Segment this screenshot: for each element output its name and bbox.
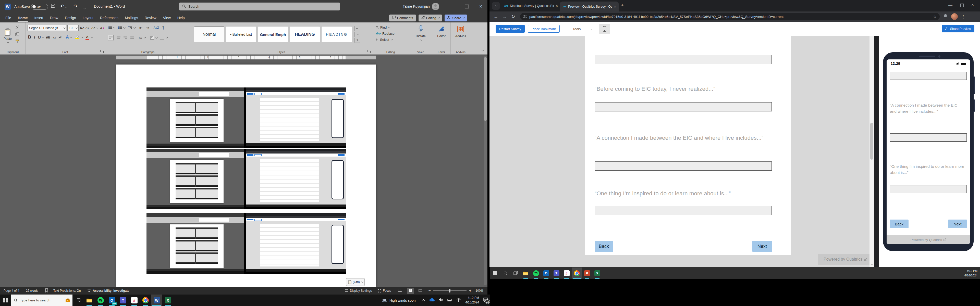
font-color-icon[interactable]: A xyxy=(86,35,89,40)
styles-scroll-up[interactable] xyxy=(355,26,360,31)
tab-design[interactable]: Design xyxy=(62,13,80,22)
tools-chevron-icon[interactable] xyxy=(590,27,592,31)
read-mode-icon[interactable] xyxy=(398,289,402,293)
document-scrollbar[interactable] xyxy=(484,55,487,285)
address-bar[interactable]: pacificresearch.qualtrics.com/jfe/previe… xyxy=(520,13,940,20)
document-page[interactable]: (Ctrl) xyxy=(116,65,376,287)
styles-scroll-down[interactable] xyxy=(355,32,360,37)
tab-layout[interactable]: Layout xyxy=(80,13,97,22)
tab-file[interactable]: File xyxy=(2,13,14,22)
survey-text-input-2[interactable] xyxy=(595,102,772,111)
align-center-icon[interactable] xyxy=(117,35,121,40)
text-effects-icon[interactable]: A xyxy=(66,35,69,40)
tab-references[interactable]: References xyxy=(97,13,122,22)
style-heading-1[interactable]: HEADING xyxy=(290,27,320,42)
taskbar-chrome[interactable] xyxy=(140,295,151,306)
grow-font-icon[interactable]: A˄ xyxy=(80,26,84,30)
notification-center-button[interactable]: 22 xyxy=(483,298,488,303)
survey-text-input-3[interactable] xyxy=(595,162,772,171)
shading-icon[interactable] xyxy=(150,36,154,40)
select-button[interactable]: Select xyxy=(375,38,395,41)
superscript-icon[interactable]: x² xyxy=(59,35,62,39)
taskbar-search-box[interactable]: Type here to search xyxy=(11,295,73,306)
paragraph-dialog-launcher[interactable] xyxy=(187,51,189,53)
tab-close-icon[interactable]: × xyxy=(556,4,558,8)
taskbar-file-explorer[interactable] xyxy=(84,295,95,306)
paste-button[interactable]: Paste xyxy=(2,25,13,46)
taskbar-spotify[interactable] xyxy=(531,268,541,279)
extensions-icon[interactable] xyxy=(943,14,948,19)
survey-back-button[interactable]: Back xyxy=(595,241,613,252)
save-icon[interactable] xyxy=(51,3,56,10)
bookmark-star-icon[interactable]: ☆ xyxy=(933,14,937,19)
zoom-slider[interactable] xyxy=(433,290,466,291)
tools-dropdown[interactable]: Tools xyxy=(573,27,581,31)
battery-icon[interactable] xyxy=(447,298,452,303)
tab-review[interactable]: Review xyxy=(142,13,160,22)
borders-icon[interactable] xyxy=(160,36,164,40)
survey-text-input-1[interactable] xyxy=(595,55,772,64)
back-icon[interactable]: ← xyxy=(492,14,500,19)
tab-distribute-survey[interactable]: XM Distribute Survey | Qualtrics Exp × xyxy=(502,2,560,10)
taskbar-clock[interactable]: 4:12 PM 4/16/2024 xyxy=(466,296,479,305)
style-heading-2[interactable]: HEADING xyxy=(321,27,352,42)
restart-survey-button[interactable]: Restart Survey xyxy=(496,25,525,33)
paste-options-button[interactable]: (Ctrl) xyxy=(346,278,365,286)
subscript-icon[interactable]: x₂ xyxy=(53,35,56,39)
mobile-next-button[interactable]: Next xyxy=(948,220,967,228)
powered-by-qualtrics-badge[interactable]: Powered by Qualtrics xyxy=(818,254,873,265)
format-painter-icon[interactable] xyxy=(15,40,19,44)
tab-home[interactable]: Home xyxy=(14,13,31,22)
addins-button[interactable]: Add-ins xyxy=(451,25,471,38)
onedrive-icon[interactable] xyxy=(429,298,434,303)
dictate-button[interactable]: Dictate xyxy=(409,25,432,41)
sort-icon[interactable]: A↓Z xyxy=(153,26,159,30)
tray-expand-icon[interactable] xyxy=(422,298,425,303)
font-size-select[interactable]: 10 xyxy=(67,25,79,31)
decrease-indent-icon[interactable]: ⇤ xyxy=(139,25,143,30)
bold-icon[interactable]: B xyxy=(28,35,31,40)
text-predictions[interactable]: Text Predictions: On xyxy=(53,289,81,292)
profile-avatar[interactable] xyxy=(951,13,958,20)
page-indicator[interactable]: Page 4 of 4 xyxy=(3,289,19,292)
font-name-select[interactable]: Segoe UI Historic (B xyxy=(27,25,66,31)
zoom-out-button[interactable]: − xyxy=(428,289,431,293)
align-right-icon[interactable] xyxy=(124,35,127,40)
tab-search-button[interactable] xyxy=(492,2,500,10)
numbering-icon[interactable] xyxy=(118,25,122,30)
taskbar-slack[interactable]: # xyxy=(129,295,140,306)
embedded-screenshot-1[interactable] xyxy=(146,87,346,148)
close-button[interactable]: × xyxy=(479,3,482,10)
tab-insert[interactable]: Insert xyxy=(31,13,46,22)
survey-text-input-4[interactable] xyxy=(595,206,772,215)
display-settings-button[interactable]: Display Settings xyxy=(345,289,372,292)
wifi-icon[interactable] xyxy=(456,298,461,303)
taskbar-outlook[interactable]: O xyxy=(541,268,551,279)
editor-button[interactable]: Editor xyxy=(432,25,450,38)
tab-draw[interactable]: Draw xyxy=(46,13,62,22)
style-general-emph[interactable]: General Emph xyxy=(258,27,288,42)
tab-preview-survey-active[interactable]: XM Preview - Qualtrics Survey | Qua × xyxy=(560,2,619,11)
scrollbar-thumb[interactable] xyxy=(484,57,487,121)
taskbar-search-button[interactable] xyxy=(500,268,511,279)
taskbar-spotify[interactable] xyxy=(95,295,106,306)
styles-gallery-more[interactable]: ⊽ xyxy=(355,38,360,43)
zoom-level[interactable]: 100% xyxy=(476,289,484,292)
taskbar-chrome[interactable] xyxy=(572,268,582,279)
taskbar-slack[interactable]: # xyxy=(562,268,572,279)
word-count[interactable]: 22 words xyxy=(26,289,38,292)
justify-icon[interactable] xyxy=(130,35,134,40)
strikethrough-icon[interactable]: ab xyxy=(46,35,50,39)
web-layout-icon[interactable] xyxy=(418,289,422,293)
start-button[interactable] xyxy=(0,295,11,306)
focus-button[interactable]: Focus xyxy=(378,289,391,292)
word-search-box[interactable]: Search xyxy=(179,3,340,11)
taskbar-outlook[interactable]: O NEW xyxy=(106,295,118,306)
mobile-text-input-3[interactable] xyxy=(890,185,967,193)
start-button[interactable] xyxy=(490,268,500,279)
autosave-toggle[interactable]: Off xyxy=(31,4,48,10)
avatar[interactable] xyxy=(432,3,439,10)
taskbar-word[interactable]: W xyxy=(151,295,162,306)
task-view-button[interactable] xyxy=(511,268,520,279)
taskbar-file-explorer[interactable] xyxy=(520,268,531,279)
